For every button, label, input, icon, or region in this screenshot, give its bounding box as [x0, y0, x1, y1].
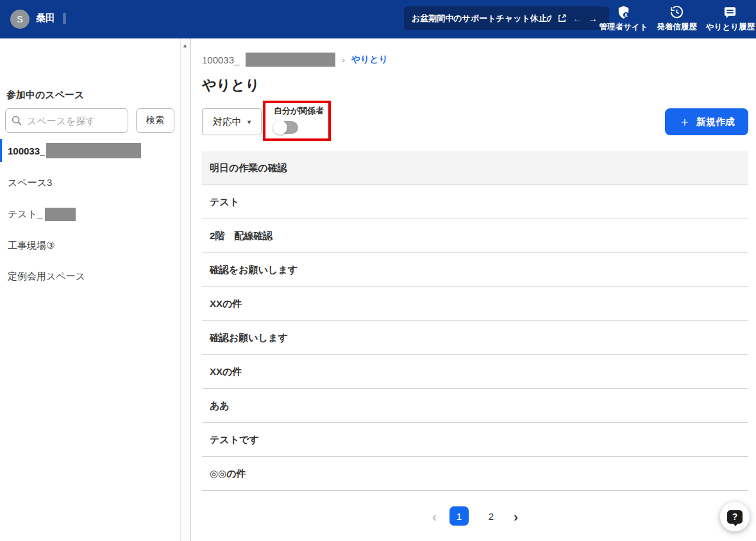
space-item[interactable]: テスト_	[0, 203, 180, 226]
redaction-box	[45, 208, 76, 221]
topnav-message-history-label: やりとり履歴	[706, 22, 755, 33]
message-history-icon	[723, 4, 737, 20]
banner-next-arrow[interactable]: →	[588, 13, 598, 24]
space-item[interactable]: 工事現場③	[0, 235, 180, 257]
user-name: 桑田	[36, 12, 55, 24]
sidebar-scrollbar[interactable]: ▲	[180, 38, 190, 541]
thread-row[interactable]: ◎◎の件	[202, 457, 748, 491]
red-annotation-box: 自分が関係者	[263, 101, 331, 141]
thread-row[interactable]: 確認お願いします	[202, 321, 748, 355]
main-content: 100033_ › やりとり やりとり 対応中 ▾ 自分が関係者 ＋ 新規作成 …	[191, 38, 756, 541]
external-link-icon	[557, 13, 567, 23]
scroll-up-icon[interactable]: ▲	[182, 42, 188, 49]
space-search-button[interactable]: 検索	[136, 108, 174, 133]
toggle-knob	[273, 121, 287, 135]
plus-icon: ＋	[678, 113, 691, 130]
breadcrumb: 100033_ › やりとり	[202, 53, 388, 67]
topbar: S 桑田 お盆期間中のサポートチャット休止のお知… ← → 管理者サ	[0, 0, 756, 38]
chevron-down-icon: ▾	[248, 118, 251, 126]
thread-row[interactable]: 確認をお願いします	[202, 253, 748, 287]
redaction-box	[246, 53, 335, 67]
space-search-box	[5, 108, 128, 133]
thread-row[interactable]: 明日の作業の確認	[202, 151, 748, 185]
pagination: ‹ 1 2 ›	[202, 505, 748, 527]
thread-row[interactable]: テスト	[202, 185, 748, 219]
thread-list: 明日の作業の確認 テスト 2階 配線確認 確認をお願いします XXの件 確認お願…	[202, 151, 748, 491]
create-new-button[interactable]: ＋ 新規作成	[665, 108, 748, 135]
banner-text: お盆期間中のサポートチャット休止のお知…	[412, 13, 551, 24]
space-item-label: 100033_	[8, 146, 45, 156]
topnav-admin-site-label: 管理者サイト	[599, 22, 648, 33]
space-item-label: スペース3	[8, 177, 52, 189]
thread-row[interactable]: 2階 配線確認	[202, 219, 748, 253]
sidebar-heading: 参加中のスペース	[6, 89, 84, 101]
help-button[interactable]: ?	[720, 502, 750, 531]
thread-row[interactable]: テストです	[202, 423, 748, 457]
user-name-redaction	[63, 13, 66, 24]
space-item[interactable]: スペース3	[0, 172, 180, 194]
topnav-message-history[interactable]: やりとり履歴	[706, 4, 755, 33]
space-list: 100033_ スペース3 テスト_ 工事現場③ 定例会用スペース	[0, 138, 180, 296]
breadcrumb-separator-icon: ›	[342, 55, 344, 65]
redaction-box	[46, 143, 141, 158]
pagination-prev-icon[interactable]: ‹	[432, 510, 437, 523]
status-filter-dropdown[interactable]: 対応中 ▾	[202, 108, 262, 135]
space-item-label: テスト_	[8, 208, 42, 221]
call-history-icon	[669, 4, 684, 20]
thread-row[interactable]: ああ	[202, 389, 748, 423]
space-item-label: 定例会用スペース	[8, 270, 85, 283]
space-item-label: 工事現場③	[8, 240, 55, 252]
topnav-call-history[interactable]: 発着信履歴	[657, 4, 697, 33]
breadcrumb-parent[interactable]: 100033_	[202, 54, 239, 65]
support-notice-banner[interactable]: お盆期間中のサポートチャット休止のお知… ← →	[404, 6, 609, 30]
help-question-icon: ?	[727, 510, 743, 524]
breadcrumb-current[interactable]: やりとり	[351, 54, 388, 65]
avatar[interactable]: S	[10, 10, 29, 29]
sidebar: 参加中のスペース 検索 100033_ スペース3 テスト_ 工事現場③ 定例会…	[0, 38, 191, 541]
space-item[interactable]: 100033_	[0, 138, 180, 163]
space-item[interactable]: 定例会用スペース	[0, 265, 180, 288]
topnav-call-history-label: 発着信履歴	[657, 22, 697, 33]
page-title: やりとり	[202, 76, 260, 95]
admin-shield-icon	[616, 4, 631, 20]
pagination-page-2[interactable]: 2	[482, 506, 501, 526]
create-new-button-label: 新規作成	[696, 116, 735, 128]
pagination-page-1[interactable]: 1	[449, 506, 469, 526]
space-search-input[interactable]	[27, 115, 110, 126]
related-toggle[interactable]	[274, 121, 298, 134]
topnav-admin-site[interactable]: 管理者サイト	[599, 4, 648, 33]
search-icon	[11, 115, 22, 126]
thread-row[interactable]: XXの件	[202, 355, 748, 389]
status-filter-value: 対応中	[213, 116, 242, 128]
banner-prev-arrow[interactable]: ←	[573, 13, 582, 24]
thread-row[interactable]: XXの件	[202, 287, 748, 321]
pagination-next-icon[interactable]: ›	[514, 510, 518, 523]
related-toggle-label: 自分が関係者	[274, 105, 328, 117]
topnav: 管理者サイト 発着信履歴 やりとり履歴	[599, 4, 755, 33]
